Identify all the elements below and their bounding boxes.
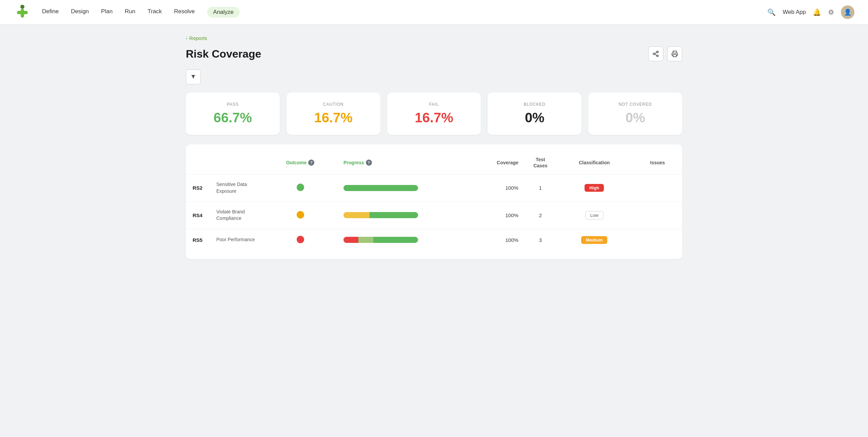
risk-id: RS4	[186, 202, 210, 229]
outcome-cell	[264, 229, 337, 251]
stat-card-pass: PASS 66.7%	[186, 92, 280, 135]
svg-rect-8	[673, 55, 676, 57]
classification-badge: High	[585, 184, 604, 192]
breadcrumb-chevron: ‹	[186, 36, 187, 41]
stat-value-fail: 16.7%	[395, 110, 473, 125]
navbar: DefineDesignPlanRunTrackResolveAnalyze 🔍…	[0, 0, 868, 24]
svg-rect-2	[17, 11, 28, 14]
nav-right: 🔍 Web App 🔔 ⚙ 👤	[767, 5, 854, 19]
testcases-cell: 3	[525, 229, 556, 251]
nav-link-define[interactable]: Define	[42, 7, 59, 18]
col-classification: Classification	[556, 152, 633, 174]
table-row: RS5 Poor Performance 100% 3 Medium	[186, 229, 682, 251]
classification-cell: High	[556, 174, 633, 202]
search-icon[interactable]: 🔍	[767, 8, 776, 16]
filter-button[interactable]	[186, 69, 201, 84]
breadcrumb[interactable]: ‹ Reports	[186, 35, 682, 41]
nav-link-plan[interactable]: Plan	[101, 7, 113, 18]
nav-link-resolve[interactable]: Resolve	[174, 7, 195, 18]
issues-cell	[633, 174, 682, 202]
stat-label-not_covered: NOT COVERED	[596, 102, 674, 107]
risk-name: Poor Performance	[210, 229, 264, 251]
risk-name: Sensitive Data Exposure	[210, 174, 264, 202]
progress-cell	[337, 202, 490, 229]
svg-line-6	[655, 54, 657, 55]
share-button[interactable]	[648, 46, 663, 61]
avatar[interactable]: 👤	[841, 5, 854, 19]
stat-card-blocked: BLOCKED 0%	[488, 92, 581, 135]
risk-id: RS2	[186, 174, 210, 202]
progress-cell	[337, 229, 490, 251]
stat-label-fail: FAIL	[395, 102, 473, 107]
bell-icon[interactable]: 🔔	[813, 8, 821, 16]
risk-id: RS5	[186, 229, 210, 251]
col-testcases: TestCases	[525, 152, 556, 174]
progress-cell	[337, 174, 490, 202]
classification-cell: Low	[556, 202, 633, 229]
col-coverage: Coverage	[490, 152, 525, 174]
app-name-label: Web App	[783, 9, 806, 16]
stat-label-pass: PASS	[194, 102, 272, 107]
outcome-cell	[264, 174, 337, 202]
classification-cell: Medium	[556, 229, 633, 251]
col-id	[186, 152, 210, 174]
nav-link-run[interactable]: Run	[125, 7, 135, 18]
col-outcome: Outcome ?	[264, 152, 337, 174]
risk-name: Violate Brand Compliance	[210, 202, 264, 229]
outcome-dot	[297, 184, 304, 191]
table-row: RS2 Sensitive Data Exposure 100% 1 High	[186, 174, 682, 202]
breadcrumb-label: Reports	[189, 35, 207, 41]
stat-label-blocked: BLOCKED	[496, 102, 573, 107]
coverage-cell: 100%	[490, 229, 525, 251]
col-progress: Progress ?	[337, 152, 490, 174]
nav-link-track[interactable]: Track	[147, 7, 162, 18]
nav-link-analyze[interactable]: Analyze	[207, 7, 240, 18]
stat-card-not_covered: NOT COVERED 0%	[588, 92, 682, 135]
page-header: Risk Coverage	[186, 46, 682, 61]
table-row: RS4 Violate Brand Compliance 100% 2 Low	[186, 202, 682, 229]
header-actions	[648, 46, 682, 61]
testcases-cell: 1	[525, 174, 556, 202]
stat-card-fail: FAIL 16.7%	[387, 92, 481, 135]
stat-value-blocked: 0%	[496, 110, 573, 125]
col-issues: Issues	[633, 152, 682, 174]
svg-point-0	[20, 5, 24, 9]
issues-cell	[633, 202, 682, 229]
page-title: Risk Coverage	[186, 48, 261, 60]
progress-help-icon[interactable]: ?	[366, 160, 372, 166]
outcome-dot	[297, 211, 304, 218]
coverage-cell: 100%	[490, 202, 525, 229]
nav-links: DefineDesignPlanRunTrackResolveAnalyze	[42, 7, 767, 18]
gear-icon[interactable]: ⚙	[828, 8, 834, 16]
stat-value-pass: 66.7%	[194, 110, 272, 125]
col-name	[210, 152, 264, 174]
issues-cell	[633, 229, 682, 251]
stat-value-not_covered: 0%	[596, 110, 674, 125]
print-button[interactable]	[667, 46, 682, 61]
coverage-cell: 100%	[490, 174, 525, 202]
stat-value-caution: 16.7%	[295, 110, 372, 125]
risk-table: Outcome ? Progress ? Coverage	[186, 152, 682, 251]
classification-badge: Medium	[581, 236, 607, 244]
filter-bar	[186, 69, 682, 84]
outcome-help-icon[interactable]: ?	[308, 160, 314, 166]
svg-line-7	[655, 52, 657, 53]
classification-badge: Low	[585, 211, 604, 220]
outcome-cell	[264, 202, 337, 229]
page-content: ‹ Reports Risk Coverage	[170, 24, 698, 270]
stat-card-caution: CAUTION 16.7%	[287, 92, 380, 135]
nav-link-design[interactable]: Design	[71, 7, 89, 18]
logo[interactable]	[14, 3, 31, 21]
stat-cards: PASS 66.7% CAUTION 16.7% FAIL 16.7% BLOC…	[186, 92, 682, 135]
stat-label-caution: CAUTION	[295, 102, 372, 107]
testcases-cell: 2	[525, 202, 556, 229]
outcome-dot	[297, 236, 304, 243]
table-card: Outcome ? Progress ? Coverage	[186, 144, 682, 259]
